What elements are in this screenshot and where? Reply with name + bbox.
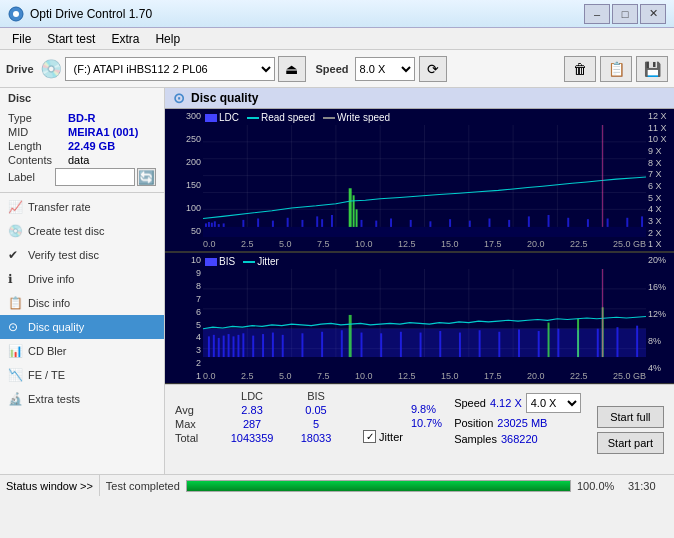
drive-icon: 💿 bbox=[40, 58, 62, 80]
extra-tests-label: Extra tests bbox=[28, 393, 80, 405]
maximize-button[interactable]: □ bbox=[612, 4, 638, 24]
refresh-button[interactable]: ⟳ bbox=[419, 56, 447, 82]
svg-rect-44 bbox=[548, 215, 550, 227]
col-header-bis: BIS bbox=[288, 389, 343, 403]
fe-te-label: FE / TE bbox=[28, 369, 65, 381]
svg-rect-80 bbox=[361, 333, 363, 358]
max-ldc: 287 bbox=[216, 417, 289, 431]
svg-rect-36 bbox=[390, 218, 392, 226]
svg-rect-32 bbox=[321, 219, 323, 227]
drive-select[interactable]: (F:) ATAPI iHBS112 2 PL06 bbox=[65, 57, 275, 81]
chart2-xaxis: 0.02.55.07.510.0 12.515.017.520.022.525.… bbox=[203, 369, 646, 383]
sidebar-item-disc-quality[interactable]: ⊙Disc quality bbox=[0, 315, 164, 339]
svg-rect-81 bbox=[380, 334, 382, 358]
svg-rect-82 bbox=[400, 332, 402, 357]
start-part-button[interactable]: Start part bbox=[597, 432, 664, 454]
stats-bar: LDC BIS Avg 2.83 0.05 Max bbox=[165, 384, 674, 474]
speed-value-select[interactable]: 4.0 X2.0 X6.0 X8.0 X bbox=[526, 393, 581, 413]
svg-rect-64 bbox=[203, 329, 646, 357]
svg-rect-88 bbox=[518, 330, 520, 358]
progress-bar-background bbox=[186, 480, 571, 492]
eject-button[interactable]: ⏏ bbox=[278, 56, 306, 82]
disc-quality-icon: ⊙ bbox=[8, 320, 22, 334]
svg-rect-71 bbox=[237, 335, 239, 357]
disc-label-button[interactable]: 🔄 bbox=[137, 168, 156, 186]
sidebar-item-create-test-disc[interactable]: 💿Create test disc bbox=[0, 219, 164, 243]
erase-button[interactable]: 🗑 bbox=[564, 56, 596, 82]
avg-ldc: 2.83 bbox=[216, 403, 289, 417]
svg-rect-23 bbox=[349, 188, 352, 227]
minimize-button[interactable]: – bbox=[584, 4, 610, 24]
sidebar-item-cd-bler[interactable]: 📊CD Bler bbox=[0, 339, 164, 363]
samples-val: 368220 bbox=[501, 433, 538, 445]
total-empty bbox=[344, 431, 355, 445]
sidebar-divider-1 bbox=[0, 192, 164, 193]
svg-rect-72 bbox=[242, 334, 244, 358]
fe-te-icon: 📉 bbox=[8, 368, 22, 382]
samples-row: Samples 368220 bbox=[454, 433, 581, 445]
status-window-button[interactable]: Status window >> bbox=[0, 475, 100, 496]
chart1-yaxis-right: 12 X 11 X 10 X 9 X 8 X 7 X 6 X 5 X 4 X 3… bbox=[646, 109, 674, 251]
disc-length-value: 22.49 GB bbox=[68, 140, 115, 152]
svg-rect-83 bbox=[420, 333, 422, 358]
close-button[interactable]: ✕ bbox=[640, 4, 666, 24]
menu-bar: File Start test Extra Help bbox=[0, 28, 674, 50]
test-completed-label: Test completed bbox=[106, 480, 180, 492]
sidebar-item-disc-info[interactable]: 📋Disc info bbox=[0, 291, 164, 315]
sidebar-item-extra-tests[interactable]: 🔬Extra tests bbox=[0, 387, 164, 411]
disc-quality-label: Disc quality bbox=[28, 321, 84, 333]
svg-rect-77 bbox=[301, 334, 303, 358]
speed-position-section: Speed 4.12 X 4.0 X2.0 X6.0 X8.0 X Positi… bbox=[450, 389, 585, 470]
menu-starttest[interactable]: Start test bbox=[39, 30, 103, 48]
svg-rect-42 bbox=[508, 220, 510, 227]
app-icon bbox=[8, 6, 24, 22]
svg-rect-89 bbox=[538, 331, 540, 357]
disc-label-input[interactable] bbox=[55, 168, 135, 186]
col-header-empty2 bbox=[344, 389, 355, 403]
jitter-checkbox[interactable]: ✓ bbox=[363, 430, 376, 443]
sidebar-item-drive-info[interactable]: ℹDrive info bbox=[0, 267, 164, 291]
create-test-disc-label: Create test disc bbox=[28, 225, 104, 237]
svg-rect-24 bbox=[353, 195, 355, 227]
chart2-yaxis-right: 20% 16% 12% 8% 4% bbox=[646, 253, 674, 383]
sidebar-item-transfer-rate[interactable]: 📈Transfer rate bbox=[0, 195, 164, 219]
svg-rect-41 bbox=[488, 218, 490, 226]
speed-label: Speed bbox=[316, 63, 349, 75]
svg-rect-92 bbox=[597, 329, 599, 357]
svg-rect-79 bbox=[341, 331, 343, 358]
svg-rect-26 bbox=[242, 220, 244, 227]
menu-extra[interactable]: Extra bbox=[103, 30, 147, 48]
sidebar-item-verify-test-disc[interactable]: ✔Verify test disc bbox=[0, 243, 164, 267]
speed-select[interactable]: 1.0 X2.0 X4.0 X8.0 XMax bbox=[355, 57, 415, 81]
svg-rect-27 bbox=[257, 218, 259, 226]
avg-empty bbox=[344, 403, 355, 417]
svg-rect-48 bbox=[626, 218, 628, 227]
speed-avg-val: 4.12 X bbox=[490, 397, 522, 409]
svg-rect-84 bbox=[439, 331, 441, 357]
progress-text: 100.0% bbox=[577, 480, 622, 492]
save-button[interactable]: 💾 bbox=[636, 56, 668, 82]
legend-writespeed: Write speed bbox=[323, 112, 390, 123]
legend-jitter: Jitter bbox=[243, 256, 279, 267]
svg-rect-43 bbox=[528, 216, 530, 227]
copy-button[interactable]: 📋 bbox=[600, 56, 632, 82]
legend-bis: BIS bbox=[205, 256, 235, 267]
action-buttons: Start full Start part bbox=[593, 389, 668, 470]
svg-rect-65 bbox=[208, 337, 210, 358]
start-full-button[interactable]: Start full bbox=[597, 406, 664, 428]
stats-max-row: Max 287 5 bbox=[171, 417, 355, 431]
legend-readspeed: Read speed bbox=[247, 112, 315, 123]
chart1-xaxis: 0.02.55.07.510.0 12.515.017.520.022.525.… bbox=[203, 237, 646, 251]
menu-help[interactable]: Help bbox=[147, 30, 188, 48]
svg-rect-70 bbox=[233, 337, 235, 358]
charts-container: LDC Read speed Write speed 300 250 20 bbox=[165, 109, 674, 384]
drive-info-icon: ℹ bbox=[8, 272, 22, 286]
menu-file[interactable]: File bbox=[4, 30, 39, 48]
content-header: ⊙ Disc quality bbox=[165, 88, 674, 109]
disc-contents-label: Contents bbox=[8, 154, 68, 166]
disc-mid-label: MID bbox=[8, 126, 68, 138]
sidebar-item-fe-te[interactable]: 📉FE / TE bbox=[0, 363, 164, 387]
svg-rect-78 bbox=[321, 332, 323, 357]
drive-info-label: Drive info bbox=[28, 273, 74, 285]
stats-table: LDC BIS Avg 2.83 0.05 Max bbox=[171, 389, 355, 470]
